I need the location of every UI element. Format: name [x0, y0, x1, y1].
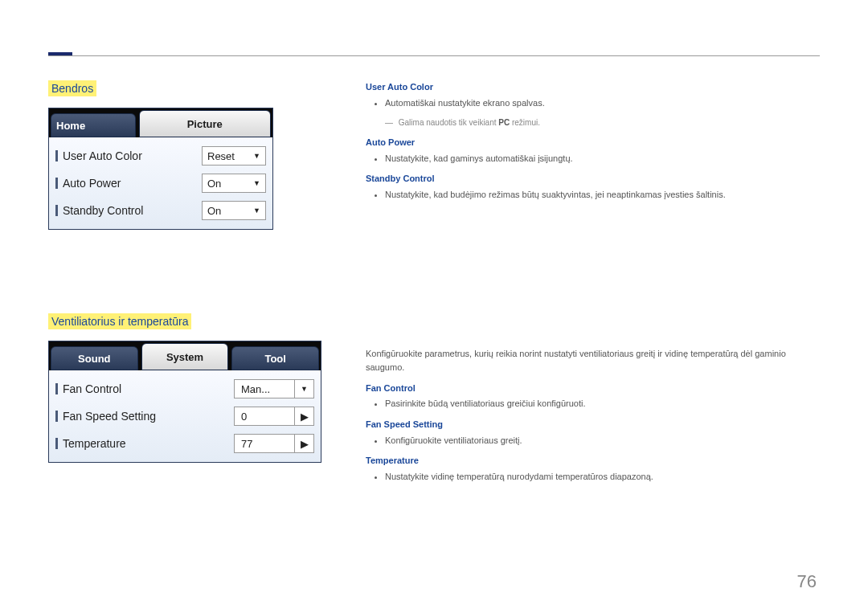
- row-standby-control: Standby Control On ▼: [49, 197, 272, 224]
- tabbar: Home Picture: [49, 108, 272, 137]
- chevron-down-icon: ▼: [253, 152, 260, 160]
- row-user-auto-color: User Auto Color Reset ▼: [49, 142, 272, 170]
- heading-temperature: Temperature: [366, 454, 820, 468]
- row-temperature: Temperature 77 ▶: [49, 430, 321, 457]
- label: Temperature: [63, 437, 234, 450]
- bar-icon: [55, 383, 58, 394]
- spinner-fan-speed[interactable]: 0 ▶: [234, 407, 314, 426]
- row-fan-speed: Fan Speed Setting 0 ▶: [49, 403, 321, 430]
- page-number: 76: [797, 571, 817, 592]
- left-column: Bendros Home Picture User Auto Color Res…: [48, 80, 330, 463]
- intro-text: Konfigūruokite parametrus, kurių reikia …: [366, 347, 820, 375]
- text: Pasirinkite būdą ventiliatoriaus greičiu…: [385, 397, 820, 411]
- tabbar: Sound System Tool: [49, 341, 321, 370]
- dropdown-auto-power[interactable]: On ▼: [202, 174, 266, 193]
- note-prefix: ―: [385, 118, 395, 127]
- tab-tool[interactable]: Tool: [231, 346, 319, 370]
- text: Konfigūruokite ventiliatoriaus greitį.: [385, 434, 820, 448]
- tab-picture[interactable]: Picture: [139, 110, 272, 137]
- value: On: [207, 205, 221, 217]
- value: 0: [235, 411, 294, 423]
- ui-screenshot-ventiliatorius: Sound System Tool Fan Control Man... ▼ F…: [48, 341, 321, 463]
- dropdown-user-auto-color[interactable]: Reset ▼: [202, 146, 266, 166]
- desc-ventiliatorius: Konfigūruokite parametrus, kurių reikia …: [366, 347, 820, 484]
- note-text-b: režimui.: [510, 118, 540, 127]
- text: Automatiškai nustatykite ekrano spalvas.: [385, 96, 820, 111]
- tab-system[interactable]: System: [141, 343, 229, 370]
- header-rule: [48, 55, 820, 56]
- chevron-right-icon: ▶: [294, 407, 313, 425]
- chevron-down-icon: ▼: [253, 179, 260, 187]
- heading-auto-power: Auto Power: [366, 136, 820, 150]
- desc-bendros: User Auto Color Automatiškai nustatykite…: [366, 80, 820, 202]
- settings-list: User Auto Color Reset ▼ Auto Power On ▼: [49, 137, 272, 229]
- note-text-a: Galima naudotis tik veikiant: [399, 118, 499, 127]
- label: User Auto Color: [63, 149, 202, 162]
- note-pc: PC: [498, 118, 510, 127]
- value: On: [207, 178, 221, 190]
- section-title-ventiliatorius: Ventiliatorius ir temperatūra: [48, 313, 191, 329]
- label: Fan Speed Setting: [63, 410, 234, 423]
- ui-screenshot-bendros: Home Picture User Auto Color Reset ▼ Aut…: [48, 108, 273, 230]
- value: Reset: [207, 150, 235, 162]
- note-pc-mode: ― Galima naudotis tik veikiant PC režimu…: [385, 116, 820, 129]
- tab-sound[interactable]: Sound: [51, 346, 138, 370]
- label: Standby Control: [63, 204, 202, 217]
- value: 77: [235, 438, 294, 450]
- chevron-down-icon: ▼: [294, 380, 313, 398]
- chevron-down-icon: ▼: [253, 206, 260, 215]
- bar-icon: [55, 411, 58, 422]
- section-bendros: Bendros Home Picture User Auto Color Res…: [48, 80, 330, 230]
- header-accent: [48, 39, 72, 55]
- label: Auto Power: [63, 177, 202, 190]
- value: Man...: [235, 383, 294, 395]
- dropdown-standby-control[interactable]: On ▼: [202, 201, 266, 220]
- bar-icon: [55, 438, 58, 449]
- settings-list: Fan Control Man... ▼ Fan Speed Setting 0…: [49, 370, 321, 462]
- chevron-right-icon: ▶: [294, 435, 313, 452]
- section-title-bendros: Bendros: [48, 80, 96, 96]
- dropdown-fan-control[interactable]: Man... ▼: [234, 379, 314, 398]
- bar-icon: [55, 178, 58, 189]
- label: Fan Control: [63, 382, 234, 395]
- section-ventiliatorius: Ventiliatorius ir temperatūra Sound Syst…: [48, 313, 330, 463]
- bar-icon: [55, 150, 58, 161]
- heading-standby-control: Standby Control: [366, 172, 820, 186]
- tab-home[interactable]: Home: [51, 113, 136, 137]
- text: Nustatykite vidinę temperatūrą nurodydam…: [385, 470, 820, 484]
- heading-user-auto-color: User Auto Color: [366, 80, 820, 95]
- spinner-temperature[interactable]: 77 ▶: [234, 434, 314, 453]
- heading-fan-speed: Fan Speed Setting: [366, 418, 820, 432]
- heading-fan-control: Fan Control: [366, 382, 820, 396]
- text: Nustatykite, kad gaminys automatiškai įs…: [385, 152, 820, 166]
- bar-icon: [55, 205, 58, 216]
- right-column: User Auto Color Automatiškai nustatykite…: [366, 80, 820, 490]
- row-fan-control: Fan Control Man... ▼: [49, 375, 321, 403]
- row-auto-power: Auto Power On ▼: [49, 170, 272, 197]
- text: Nustatykite, kad budėjimo režimas būtų s…: [385, 188, 820, 202]
